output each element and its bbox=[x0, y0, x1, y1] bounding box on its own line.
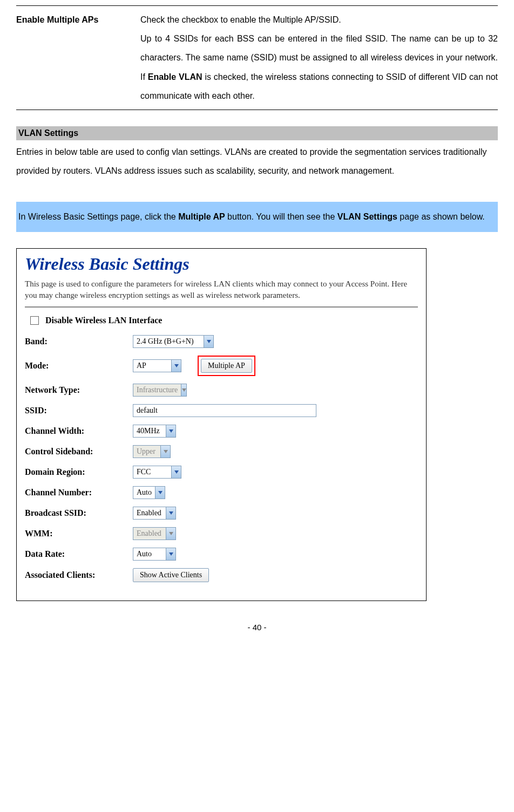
network-type-row: Network Type: Infrastructure bbox=[25, 384, 418, 397]
chevron-down-icon bbox=[160, 446, 170, 458]
definition-description: Check the checkbox to enable the Multipl… bbox=[140, 10, 498, 105]
broadcast-ssid-row: Broadcast SSID: Enabled bbox=[25, 507, 418, 520]
svg-marker-4 bbox=[164, 450, 168, 453]
chevron-down-icon bbox=[166, 548, 175, 560]
multiple-ap-button[interactable]: Multiple AP bbox=[201, 359, 252, 373]
network-type-select: Infrastructure bbox=[133, 384, 187, 397]
svg-marker-9 bbox=[169, 552, 173, 556]
infobox-bold2: VLAN Settings bbox=[337, 212, 397, 221]
broadcast-ssid-value: Enabled bbox=[133, 509, 165, 517]
chevron-down-icon bbox=[171, 360, 181, 372]
associated-clients-row: Associated Clients: Show Active Clients bbox=[25, 568, 418, 582]
wmm-select: Enabled bbox=[133, 527, 176, 540]
channel-number-value: Auto bbox=[133, 488, 155, 497]
definition-bold: Enable VLAN bbox=[148, 72, 202, 81]
data-rate-value: Auto bbox=[133, 550, 155, 558]
control-sideband-select: Upper bbox=[133, 445, 171, 458]
chevron-down-icon bbox=[166, 528, 175, 540]
data-rate-select[interactable]: Auto bbox=[133, 548, 176, 561]
multiple-ap-highlight: Multiple AP bbox=[198, 356, 255, 376]
mode-select[interactable]: AP bbox=[133, 359, 181, 372]
band-value: 2.4 GHz (B+G+N) bbox=[133, 337, 197, 346]
control-sideband-row: Control Sideband: Upper bbox=[25, 445, 418, 458]
chevron-down-icon bbox=[204, 336, 213, 347]
svg-marker-3 bbox=[169, 429, 173, 433]
mode-label: Mode: bbox=[25, 361, 133, 371]
domain-region-select[interactable]: FCC bbox=[133, 466, 181, 479]
domain-region-value: FCC bbox=[133, 468, 154, 476]
domain-region-row: Domain Region: FCC bbox=[25, 466, 418, 479]
svg-marker-2 bbox=[182, 388, 186, 392]
infobox-pre: In Wireless Basic Settings page, click t… bbox=[18, 212, 178, 221]
chevron-down-icon bbox=[171, 466, 181, 478]
control-sideband-label: Control Sideband: bbox=[25, 447, 133, 456]
wmm-row: WMM: Enabled bbox=[25, 527, 418, 540]
channel-number-row: Channel Number: Auto bbox=[25, 486, 418, 499]
chevron-down-icon bbox=[166, 507, 175, 519]
definition-row: Enable Multiple APs Check the checkbox t… bbox=[16, 5, 498, 110]
mode-value: AP bbox=[133, 361, 150, 370]
chevron-down-icon bbox=[166, 425, 175, 437]
channel-number-label: Channel Number: bbox=[25, 488, 133, 497]
wmm-label: WMM: bbox=[25, 529, 133, 538]
page-footer: - 40 - bbox=[16, 623, 498, 632]
mode-row: Mode: AP Multiple AP bbox=[25, 356, 418, 376]
domain-region-label: Domain Region: bbox=[25, 467, 133, 477]
channel-number-select[interactable]: Auto bbox=[133, 486, 165, 499]
infobox-bold1: Multiple AP bbox=[178, 212, 225, 221]
associated-clients-label: Associated Clients: bbox=[25, 570, 133, 580]
channel-width-value: 40MHz bbox=[133, 427, 163, 435]
band-row: Band: 2.4 GHz (B+G+N) bbox=[25, 335, 418, 348]
data-rate-label: Data Rate: bbox=[25, 549, 133, 559]
svg-marker-5 bbox=[174, 470, 179, 474]
control-sideband-value: Upper bbox=[133, 447, 159, 456]
disable-wireless-checkbox[interactable] bbox=[30, 316, 39, 325]
screenshot-title: Wireless Basic Settings bbox=[25, 254, 418, 274]
disable-wireless-label: Disable Wireless LAN Interface bbox=[45, 316, 162, 325]
band-label: Band: bbox=[25, 337, 133, 346]
vlan-settings-intro: Entries in below table are used to confi… bbox=[16, 142, 498, 180]
wmm-value: Enabled bbox=[133, 529, 165, 538]
definition-line1: Check the checkbox to enable the Multipl… bbox=[140, 15, 341, 24]
info-box: In Wireless Basic Settings page, click t… bbox=[16, 202, 498, 231]
svg-marker-6 bbox=[158, 491, 163, 494]
ssid-value: default bbox=[137, 406, 158, 415]
svg-marker-8 bbox=[169, 532, 173, 535]
svg-marker-7 bbox=[169, 511, 173, 515]
chevron-down-icon bbox=[155, 487, 165, 499]
svg-marker-0 bbox=[207, 340, 211, 343]
channel-width-label: Channel Width: bbox=[25, 426, 133, 436]
definition-term: Enable Multiple APs bbox=[16, 10, 140, 105]
broadcast-ssid-select[interactable]: Enabled bbox=[133, 507, 176, 520]
ssid-row: SSID: default bbox=[25, 404, 418, 417]
ssid-label: SSID: bbox=[25, 406, 133, 415]
vlan-settings-header: VLAN Settings bbox=[16, 126, 498, 140]
infobox-mid: button. You will then see the bbox=[225, 212, 337, 221]
channel-width-row: Channel Width: 40MHz bbox=[25, 425, 418, 438]
show-active-clients-button[interactable]: Show Active Clients bbox=[133, 568, 209, 582]
data-rate-row: Data Rate: Auto bbox=[25, 548, 418, 561]
network-type-value: Infrastructure bbox=[133, 386, 181, 394]
channel-width-select[interactable]: 40MHz bbox=[133, 425, 176, 438]
divider bbox=[25, 306, 418, 308]
svg-marker-1 bbox=[174, 364, 179, 367]
broadcast-ssid-label: Broadcast SSID: bbox=[25, 508, 133, 518]
screenshot-description: This page is used to configure the param… bbox=[25, 278, 418, 301]
screenshot-panel: Wireless Basic Settings This page is use… bbox=[16, 248, 427, 601]
disable-wireless-row: Disable Wireless LAN Interface bbox=[30, 316, 418, 325]
infobox-post: page as shown below. bbox=[397, 212, 485, 221]
chevron-down-icon bbox=[181, 384, 186, 396]
network-type-label: Network Type: bbox=[25, 385, 133, 395]
band-select[interactable]: 2.4 GHz (B+G+N) bbox=[133, 335, 214, 348]
ssid-input[interactable]: default bbox=[133, 404, 316, 417]
